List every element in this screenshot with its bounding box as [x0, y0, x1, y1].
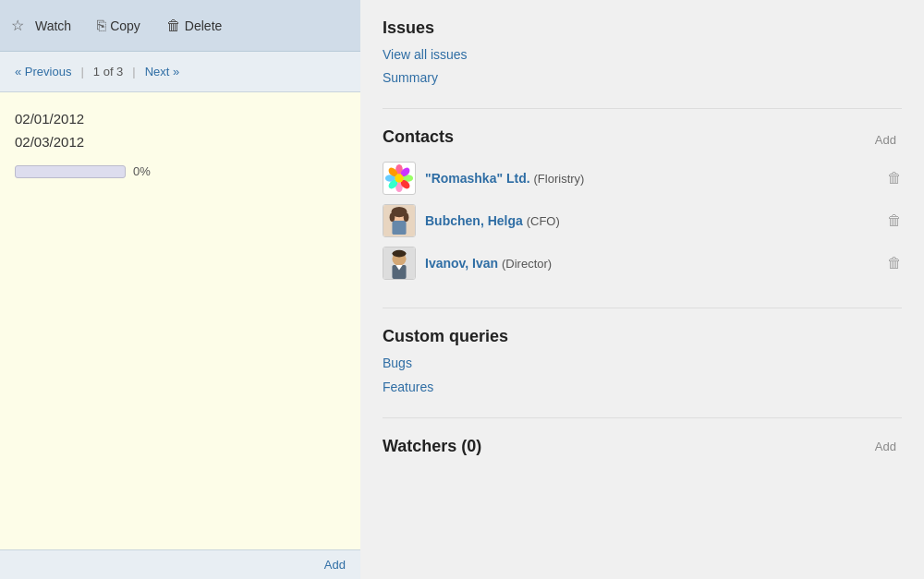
issues-title: Issues	[383, 18, 902, 38]
ivanov-name[interactable]: Ivanov, Ivan	[425, 256, 498, 271]
contacts-header: Contacts Add	[383, 127, 902, 152]
features-link[interactable]: Features	[383, 376, 902, 399]
pipe-2: |	[132, 65, 135, 78]
contacts-add-button[interactable]: Add	[869, 131, 902, 149]
watchers-section: Watchers (0) Add	[383, 437, 902, 465]
view-all-issues-link[interactable]: View all issues	[383, 43, 902, 66]
ivanov-delete-icon[interactable]: 🗑	[887, 255, 902, 271]
avatar-romashka	[383, 162, 416, 195]
progress-row: 0%	[15, 164, 346, 178]
divider-2	[383, 308, 902, 308]
pipe-1: |	[80, 65, 83, 78]
pagination-bar: « Previous | 1 of 3 | Next »	[0, 52, 360, 92]
contact-bubchen-info: Bubchen, Helga (CFO)	[425, 213, 560, 228]
bubchen-delete-icon[interactable]: 🗑	[887, 212, 902, 229]
bubchen-name[interactable]: Bubchen, Helga	[425, 213, 523, 228]
star-icon: ☆	[11, 17, 24, 34]
romashka-delete-icon[interactable]: 🗑	[887, 170, 902, 187]
watch-label: Watch	[35, 18, 71, 33]
delete-button[interactable]: 🗑 Delete	[159, 14, 229, 38]
copy-icon: ⎘	[97, 18, 106, 34]
svg-point-14	[390, 213, 395, 222]
custom-queries-section: Custom queries Bugs Features	[383, 327, 902, 398]
left-content: 02/01/2012 02/03/2012 0%	[0, 92, 360, 549]
watchers-title: Watchers (0)	[383, 437, 481, 456]
left-footer: Add	[0, 549, 360, 579]
bubchen-role: (CFO)	[527, 214, 560, 228]
trash-icon-toolbar: 🗑	[166, 18, 181, 34]
watch-button[interactable]: Watch	[28, 15, 79, 37]
page-info: 1 of 3	[93, 65, 124, 78]
avatar-ivanov	[383, 247, 416, 280]
avatar-bubchen	[383, 204, 416, 237]
contact-ivanov: Ivanov, Ivan (Director) 🗑	[383, 247, 902, 280]
contact-bubchen: Bubchen, Helga (CFO) 🗑	[383, 204, 902, 237]
start-date: 02/01/2012	[15, 111, 346, 127]
progress-bar	[15, 165, 126, 178]
svg-rect-12	[392, 221, 406, 235]
contact-romashka: "Romashka" Ltd. (Floristry) 🗑	[383, 162, 902, 195]
divider-1	[383, 108, 902, 109]
summary-link[interactable]: Summary	[383, 66, 902, 90]
contacts-section: Contacts Add	[383, 127, 902, 289]
left-panel: ☆ Watch ⎘ Copy 🗑 Delete « Previous | 1 o…	[0, 0, 360, 579]
romashka-role: (Floristry)	[534, 172, 585, 186]
prev-link[interactable]: « Previous	[15, 65, 71, 78]
contacts-title: Contacts	[383, 127, 454, 147]
contact-ivanov-info: Ivanov, Ivan (Director)	[425, 256, 552, 271]
delete-label: Delete	[185, 18, 222, 33]
progress-label: 0%	[133, 164, 151, 178]
svg-point-15	[404, 213, 409, 222]
svg-point-19	[392, 250, 406, 258]
copy-label: Copy	[110, 18, 140, 33]
custom-queries-title: Custom queries	[383, 327, 902, 346]
toolbar: ☆ Watch ⎘ Copy 🗑 Delete	[0, 0, 360, 52]
ivanov-role: (Director)	[502, 257, 552, 271]
romashka-name[interactable]: "Romashka" Ltd.	[425, 171, 530, 186]
issues-section: Issues View all issues Summary	[383, 18, 902, 90]
copy-button[interactable]: ⎘ Copy	[90, 14, 148, 38]
due-date: 02/03/2012	[15, 134, 346, 150]
right-panel: Issues View all issues Summary Contacts …	[360, 0, 924, 579]
next-link[interactable]: Next »	[145, 65, 180, 78]
bugs-link[interactable]: Bugs	[383, 352, 902, 375]
contact-romashka-info: "Romashka" Ltd. (Floristry)	[425, 171, 584, 186]
divider-3	[383, 417, 902, 418]
watchers-header: Watchers (0) Add	[383, 437, 902, 456]
left-add-button[interactable]: Add	[324, 558, 346, 572]
watchers-add-button[interactable]: Add	[869, 438, 902, 455]
svg-point-9	[395, 175, 403, 183]
